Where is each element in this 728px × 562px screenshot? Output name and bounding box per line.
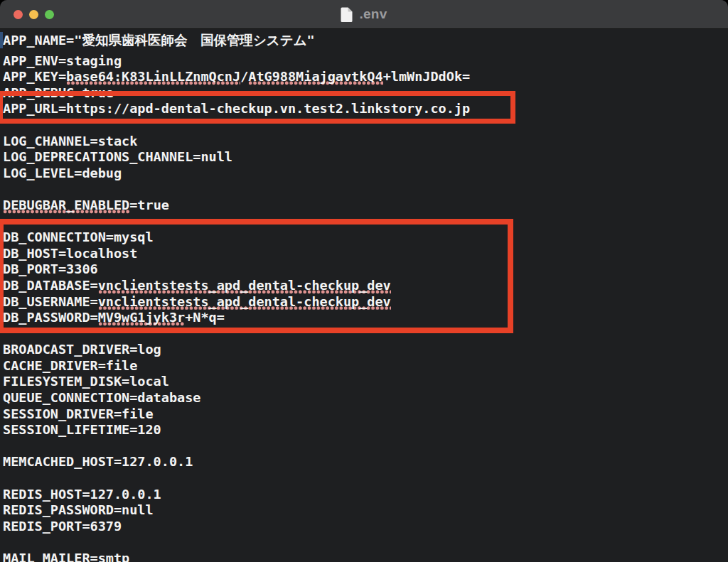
code-text: REDIS_HOST=127.0.0.1 — [3, 487, 161, 502]
code-line: BROADCAST_DRIVER=log — [3, 342, 728, 358]
code-text: LOG_CHANNEL=stack — [3, 134, 137, 148]
annotation-box-db-credentials — [0, 219, 513, 333]
code-line: MEMCACHED_HOST=127.0.0.1 — [3, 454, 728, 470]
code-line — [3, 438, 728, 455]
code-text: APP_KEY= — [3, 69, 66, 84]
code-line: DEBUGBAR_ENABLED=true — [3, 198, 728, 214]
code-line: LOG_CHANNEL=stack — [3, 134, 728, 150]
code-text: APP_ENV=staging — [3, 53, 122, 68]
zoom-button[interactable] — [45, 10, 54, 19]
annotation-box-app-url — [0, 91, 515, 124]
code-text: SESSION_LIFETIME=120 — [3, 422, 161, 437]
misspelled-text: base64:K83LinLLZnmQcnJ — [66, 69, 240, 85]
code-text: LOG_DEPRECATIONS_CHANNEL=null — [3, 149, 232, 164]
code-text: REDIS_PORT=6379 — [3, 519, 122, 534]
misspelled-text: DEBUGBAR_ENABLED — [3, 198, 129, 214]
code-line: FILESYSTEM_DISK=local — [3, 374, 728, 390]
code-line: REDIS_PORT=6379 — [3, 519, 728, 535]
code-text: REDIS_PASSWORD=null — [3, 502, 154, 517]
document-icon — [341, 6, 353, 23]
misspelled-text: AtG988MiajgavtkQ4 — [248, 69, 382, 85]
code-text: +lmWnJDdOk= — [383, 69, 471, 84]
minimize-button[interactable] — [29, 10, 38, 19]
code-text: CACHE_DRIVER=file — [3, 358, 137, 373]
code-text: SESSION_DRIVER=file — [3, 406, 154, 421]
code-line: SESSION_DRIVER=file — [3, 406, 728, 423]
editor-window: .env APP_NAME="愛知県歯科医師会 国保管理システム"APP_ENV… — [0, 0, 728, 562]
code-line: QUEUE_CONNECTION=database — [3, 390, 728, 406]
code-line — [3, 534, 728, 551]
editor-content[interactable]: APP_NAME="愛知県歯科医師会 国保管理システム"APP_ENV=stag… — [0, 29, 728, 562]
code-line: CACHE_DRIVER=file — [3, 358, 728, 374]
code-line: REDIS_HOST=127.0.0.1 — [3, 487, 728, 503]
code-line: MAIL_MAILER=smtp — [3, 551, 728, 562]
code-text: / — [240, 69, 248, 84]
code-line: REDIS_PASSWORD=null — [3, 502, 728, 519]
window-controls — [14, 0, 54, 28]
code-line — [3, 470, 728, 487]
close-button[interactable] — [14, 10, 23, 19]
text-cursor — [0, 32, 3, 48]
code-line: APP_KEY=base64:K83LinLLZnmQcnJ/AtG988Mia… — [3, 69, 728, 85]
code-line: APP_ENV=staging — [3, 53, 728, 70]
code-line: SESSION_LIFETIME=120 — [3, 422, 728, 438]
code-line: LOG_DEPRECATIONS_CHANNEL=null — [3, 149, 728, 166]
code-text: FILESYSTEM_DISK=local — [3, 374, 169, 389]
code-text: QUEUE_CONNECTION=database — [3, 390, 200, 405]
code-text: MEMCACHED_HOST=127.0.0.1 — [3, 454, 193, 469]
code-text: MAIL_MAILER=smtp — [3, 551, 129, 562]
title-bar[interactable]: .env — [0, 0, 728, 29]
code-text: BROADCAST_DRIVER=log — [3, 342, 161, 357]
code-text: LOG_LEVEL=debug — [3, 166, 122, 180]
code-line: APP_NAME="愛知県歯科医師会 国保管理システム" — [3, 33, 728, 49]
window-title: .env — [359, 6, 387, 22]
code-line: LOG_LEVEL=debug — [3, 166, 728, 182]
code-text: =true — [129, 198, 169, 212]
code-text: APP_NAME="愛知県歯科医師会 国保管理システム" — [3, 33, 315, 48]
code-line — [3, 181, 728, 198]
title-group: .env — [341, 6, 387, 23]
